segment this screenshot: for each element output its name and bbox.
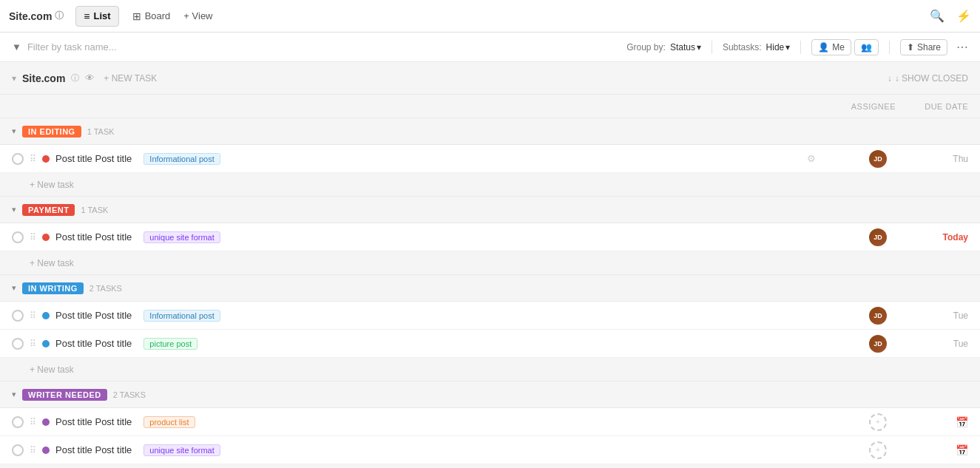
task-assignee: JD [822,150,896,168]
group-header-in-editing[interactable]: ▾ IN EDITING 1 TASK [0,118,980,145]
task-tag[interactable]: Informational post [143,153,220,165]
add-person-icon: + [876,446,880,454]
drag-handle-icon[interactable]: ⠿ [30,311,36,321]
share-icon: ⬆ [907,42,914,52]
task-checkbox[interactable] [12,153,24,165]
group-collapse-icon-editing[interactable]: ▾ [12,126,16,136]
project-eye-icon[interactable]: 👁 [85,72,95,84]
group-header-writer-needed[interactable]: ▾ WRITER NEEDED 2 TASKS [0,381,980,408]
task-checkbox[interactable] [12,338,24,350]
show-closed-button[interactable]: ↓ ↓ SHOW CLOSED [888,73,968,84]
task-title[interactable]: Post title Post title [55,153,132,164]
task-title[interactable]: Post title Post title [55,310,132,321]
calendar-icon[interactable]: 📅 [956,444,968,456]
group-in-writing: ▾ IN WRITING 2 TASKS ⠿ Post title Post t… [0,275,980,381]
me-filter-button[interactable]: 👤 Me [811,39,851,55]
task-assignee: JD [822,335,896,353]
task-settings-icon[interactable]: ⚙ [807,153,816,164]
th-duedate: DUE DATE [902,102,968,111]
search-icon[interactable]: 🔍 [930,9,944,23]
drag-handle-icon[interactable]: ⠿ [30,232,36,243]
task-priority-icon [42,312,50,319]
nav-brand: Site.com ⓘ [9,10,64,22]
add-assignee-button[interactable]: + [869,413,887,431]
task-checkbox[interactable] [12,444,24,456]
share-button[interactable]: ⬆ Share [900,39,947,55]
group-header-payment[interactable]: ▾ PAYMENT 1 TASK [0,197,980,223]
task-tag[interactable]: product list [143,416,195,428]
show-closed-chevron-icon: ↓ [888,73,892,84]
task-assignee: JD [822,228,896,246]
table-header: ASSIGNEE DUE DATE [0,95,980,118]
drag-handle-icon[interactable]: ⠿ [30,339,36,349]
subtasks-value[interactable]: Hide ▾ [766,42,791,52]
filter-bar: ▼ Filter by task name... Group by: Statu… [0,33,980,62]
task-priority-icon [42,155,50,163]
group-header-in-writing[interactable]: ▾ IN WRITING 2 TASKS [0,275,980,302]
group-count-in-editing: 1 TASK [87,127,115,136]
new-task-button[interactable]: + NEW TASK [104,73,157,84]
subtasks-chevron-icon: ▾ [785,42,790,52]
group-collapse-icon-writing[interactable]: ▾ [12,283,16,293]
task-title[interactable]: Post title Post title [55,416,132,427]
group-collapse-icon-payment[interactable]: ▾ [12,205,16,214]
add-view-button[interactable]: + View [183,10,212,21]
avatar-initials: JD [873,155,882,163]
drag-handle-icon[interactable]: ⠿ [30,445,36,455]
drag-handle-icon[interactable]: ⠿ [30,417,36,427]
task-tag[interactable]: Informational post [143,310,220,322]
filter-divider-3 [889,41,890,54]
task-assignee: + [822,441,896,459]
task-priority-icon [42,234,50,241]
drag-handle-icon[interactable]: ⠿ [30,154,36,164]
add-assignee-button[interactable]: + [869,441,887,459]
task-tag[interactable]: unique site format [143,444,220,456]
add-person-icon: + [876,418,880,426]
avatar[interactable]: JD [869,150,887,168]
task-tag[interactable]: picture post [143,338,197,350]
task-title[interactable]: Post title Post title [55,231,132,243]
bolt-icon[interactable]: ⚡ [956,9,971,23]
new-task-row[interactable]: + New task [0,358,980,381]
nav-tab-board[interactable]: ⊞ Board [125,7,178,26]
project-info-icon[interactable]: ⓘ [71,72,79,84]
group-badge-in-writing: IN WRITING [22,282,84,294]
task-title[interactable]: Post title Post title [55,338,132,349]
task-checkbox[interactable] [12,310,24,322]
filter-toggle-icon[interactable]: ▼ [12,41,21,52]
new-task-row[interactable]: + New task [0,173,980,197]
task-due-date: 📅 [902,416,968,428]
task-checkbox[interactable] [12,416,24,428]
filter-divider-2 [800,41,801,54]
task-tag[interactable]: unique site format [143,231,220,243]
task-checkbox[interactable] [12,231,24,243]
table-row: ⠿ Post title Post title unique site form… [0,436,980,464]
avatar[interactable]: JD [869,307,887,325]
new-task-row[interactable]: + New task [0,251,980,275]
task-title[interactable]: Post title Post title [55,444,132,455]
nav-tab-board-label: Board [145,10,171,21]
new-task-label[interactable]: + New task [30,364,74,375]
team-filter-button[interactable]: 👥 [854,39,879,55]
avatar[interactable]: JD [869,335,887,353]
table-row: ⠿ Post title Post title picture post JD … [0,330,980,358]
filter-placeholder[interactable]: Filter by task name... [27,41,117,52]
task-priority-icon [42,418,50,426]
subtasks-control: Subtasks: Hide ▾ [723,42,790,52]
calendar-icon[interactable]: 📅 [956,416,968,428]
group-by-value[interactable]: Status ▾ [670,42,701,52]
nav-tab-list[interactable]: ≡ List [75,6,118,27]
avatar[interactable]: JD [869,228,887,246]
project-collapse-icon[interactable]: ▾ [12,73,16,84]
group-collapse-icon-writer[interactable]: ▾ [12,390,16,399]
task-priority-icon [42,447,50,454]
new-task-label[interactable]: + New task [30,258,74,268]
more-options-icon[interactable]: ⋯ [956,40,968,54]
new-task-row[interactable]: + New task [0,464,980,468]
group-by-control: Group by: Status ▾ [626,42,701,52]
brand-info-icon[interactable]: ⓘ [55,10,64,22]
new-task-label[interactable]: + New task [30,180,74,190]
subtasks-label: Subtasks: [723,42,762,52]
group-writer-needed: ▾ WRITER NEEDED 2 TASKS ⠿ Post title Pos… [0,381,980,468]
group-count-writer-needed: 2 TASKS [113,390,146,399]
